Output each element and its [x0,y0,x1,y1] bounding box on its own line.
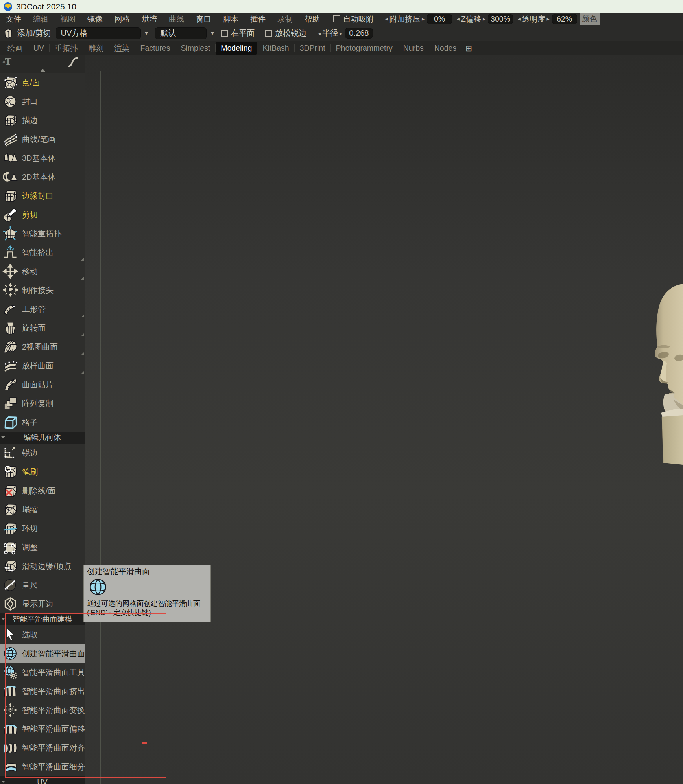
tool-item-smart-extrude[interactable]: 智能挤出 [0,243,85,262]
head-sculpt-model[interactable] [629,275,683,472]
tool-item-loop-cut[interactable]: 环切 [0,519,85,538]
chevron-down-icon[interactable]: ▼ [207,30,218,36]
decrease-arrow-icon[interactable]: ◂ [455,16,461,22]
auto-snap-checkbox[interactable] [333,15,340,22]
tab-uv[interactable]: UV [29,42,49,55]
tab-retopo[interactable]: 重拓扑 [50,41,83,55]
chevron-down-icon[interactable]: ▼ [141,30,152,36]
tool-item-cut[interactable]: 剪切 [0,205,85,224]
tab-modeling[interactable]: Modeling [216,42,257,55]
tool-item-brush[interactable]: 笔刷 [0,462,85,481]
radius-value[interactable]: 0.268 [345,28,373,39]
tool-item-slide-edge-vertex[interactable]: 滑动边缘/顶点 [0,557,85,576]
menu-scripts[interactable]: 脚本 [217,14,244,24]
menu-edit[interactable]: 编辑 [27,14,54,24]
array-copy-icon [1,395,20,412]
tab-separator [257,44,257,52]
tool-item-array-copy[interactable]: 阵列复制 [0,394,85,413]
tool-item-move[interactable]: 移动 [0,262,85,281]
preset-dropdown[interactable]: 默认 [155,27,207,39]
tool-item-outline[interactable]: 描边 [0,111,85,130]
opacity-value[interactable]: 62% [552,14,577,24]
tool-item-sharp-edge[interactable]: 锐边 [0,444,85,462]
extra-extrude-value[interactable]: 0% [427,14,452,24]
relax-sharp-checkbox[interactable] [265,30,272,37]
tab-paint[interactable]: 绘画 [3,41,28,55]
cut-icon [1,206,20,223]
menu-file[interactable]: 文件 [0,14,27,24]
tool-item-curve-stroke[interactable]: 曲线/笔画 [0,130,85,149]
points-faces-icon [1,74,20,91]
viewport-3d[interactable] [85,55,683,784]
tool-item-create-smooth-surface[interactable]: 创建智能平滑曲面 [0,644,85,663]
menu-bake[interactable]: 烘培 [136,14,163,24]
increase-arrow-icon[interactable]: ▸ [420,16,426,22]
section-smooth-surface-modeling[interactable]: 智能平滑曲面建模 [0,613,85,625]
tool-item-tweak[interactable]: 调整 [0,538,85,557]
color-button[interactable]: 颜色 [580,13,600,25]
decrease-arrow-icon[interactable]: ◂ [316,30,322,37]
tab-separator [175,44,175,52]
section-edit-geometry[interactable]: 编辑几何体 [0,432,85,444]
tool-item-primitives-2d[interactable]: 2D基本体 [0,167,85,186]
text-tool-icon[interactable]: ◂T [2,56,11,67]
section-uv[interactable]: UV [0,776,85,784]
tool-item-show-open-edges[interactable]: 显示开边 [0,594,85,613]
tool-item-edge-cap[interactable]: 边缘封口 [0,186,85,205]
tab-nurbs[interactable]: Nurbs [399,42,428,55]
tab-nodes[interactable]: Nodes [430,42,461,55]
add-cut-button[interactable]: 添加/剪切 [14,28,56,39]
tool-item-smooth-surface-extrude[interactable]: 智能平滑曲面挤出 [0,682,85,701]
increase-arrow-icon[interactable]: ▸ [338,30,344,37]
tool-item-surface-patch[interactable]: 曲面贴片 [0,375,85,394]
tool-item-smooth-surface-transform[interactable]: 智能平滑曲面变换 [0,701,85,720]
tool-item-smooth-surface-align[interactable]: 智能平滑曲面对齐 [0,738,85,757]
tool-item-smooth-surface-subdivide[interactable]: 智能平滑曲面细分 [0,757,85,776]
tool-item-two-view-surface[interactable]: 2视图曲面 [0,337,85,356]
tab-photogrammetry[interactable]: Photogrammetry [331,42,397,55]
on-plane-checkbox[interactable] [221,30,228,37]
on-plane-toggle[interactable]: 在平面 [218,28,258,39]
tool-item-cap[interactable]: 封口 [0,92,85,111]
tool-item-delete-edge-face[interactable]: 删除线/面 [0,481,85,500]
collapse-arrow-icon[interactable] [40,69,46,72]
tool-item-smart-retopo[interactable]: 智能重拓扑 [0,224,85,243]
tool-item-pipe[interactable]: 工形管 [0,300,85,318]
tool-item-primitives-3d[interactable]: 3D基本体 [0,149,85,167]
menu-help[interactable]: 帮助 [299,14,326,24]
tab-factures[interactable]: Factures [136,42,175,55]
tab-simplest[interactable]: Simplest [176,42,215,55]
tab-render[interactable]: 渲染 [110,41,135,55]
tool-item-ruler[interactable]: 量尺 [0,576,85,594]
decrease-arrow-icon[interactable]: ◂ [384,16,389,22]
tool-item-lattice[interactable]: 格子 [0,413,85,432]
tool-item-select[interactable]: 选取 [0,625,85,644]
tool-item-collapse[interactable]: 塌缩 [0,500,85,519]
menu-view[interactable]: 视图 [54,14,81,24]
menu-mirror[interactable]: 镜像 [81,14,109,24]
tab-separator [28,44,28,52]
tool-item-smooth-surface-tools[interactable]: 智能平滑曲面工具 [0,663,85,682]
tab-sculpt[interactable]: 雕刻 [84,41,109,55]
menu-plugins[interactable]: 插件 [244,14,271,24]
tab-3dprint[interactable]: 3DPrint [295,42,330,55]
menu-record[interactable]: 录制 [271,14,299,24]
tool-item-points-faces[interactable]: 点/面 [0,73,85,92]
tool-item-smooth-surface-offset[interactable]: 智能平滑曲面偏移 [0,720,85,738]
tab-kitbash[interactable]: KitBash [258,42,294,55]
increase-arrow-icon[interactable]: ▸ [545,16,551,22]
curve-panel-icon[interactable] [67,57,79,69]
increase-arrow-icon[interactable]: ▸ [481,16,487,22]
add-tab-icon[interactable]: ⊞ [461,44,476,53]
tool-item-make-joint[interactable]: 制作接头 [0,281,85,300]
z-offset-value[interactable]: 300% [488,14,513,24]
menu-window[interactable]: 窗口 [190,14,217,24]
relax-sharp-toggle[interactable]: 放松锐边 [262,28,310,39]
auto-snap-toggle[interactable]: 自动吸附 [330,14,377,24]
menu-mesh[interactable]: 网格 [109,14,136,24]
menu-curves[interactable]: 曲线 [163,14,190,24]
tool-item-lathe[interactable]: 旋转面 [0,318,85,337]
tool-item-loft-surface[interactable]: 放样曲面 [0,356,85,375]
decrease-arrow-icon[interactable]: ◂ [516,16,522,22]
uv-mode-dropdown[interactable]: UV方格 [56,27,141,39]
